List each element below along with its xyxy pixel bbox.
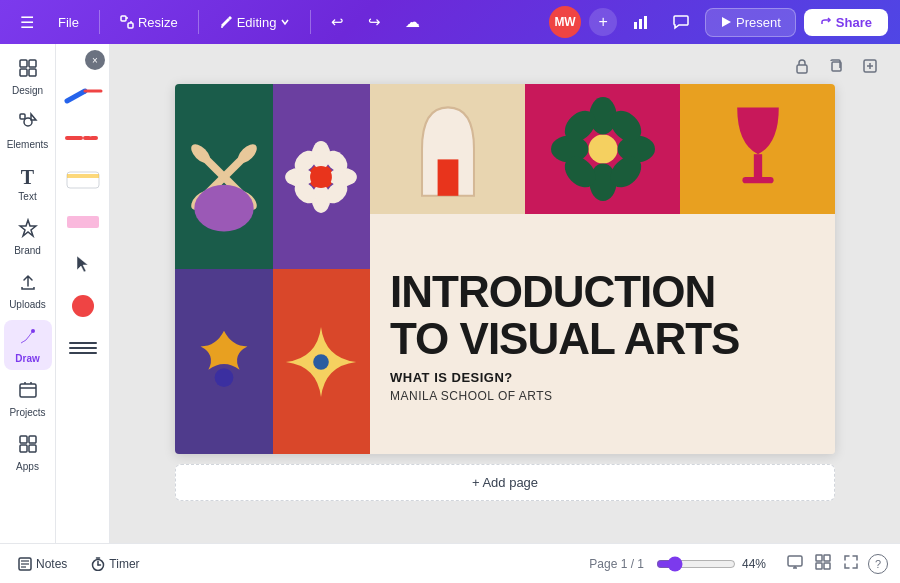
timer-icon <box>91 557 105 571</box>
notes-icon <box>18 557 32 571</box>
brush-item-blue[interactable] <box>61 78 105 114</box>
slide-school: MANILA SCHOOL OF ARTS <box>390 389 815 403</box>
text-icon: T <box>21 166 34 189</box>
share-label: Share <box>836 15 872 30</box>
svg-rect-54 <box>437 159 458 195</box>
divider-3 <box>310 10 311 34</box>
svg-point-53 <box>313 354 329 370</box>
sidebar-item-uploads[interactable]: Uploads <box>4 266 52 316</box>
file-label: File <box>58 15 79 30</box>
sidebar-item-apps[interactable]: Apps <box>4 428 52 478</box>
zoom-slider[interactable] <box>656 556 736 572</box>
add-collaborator-button[interactable]: + <box>589 8 617 36</box>
sidebar-item-text[interactable]: T Text <box>4 160 52 208</box>
copy-icon-button[interactable] <box>822 52 850 80</box>
bottom-bar: Notes Timer Page 1 / 1 44% ? <box>0 543 900 583</box>
fullscreen-button[interactable] <box>840 551 862 576</box>
grid-view-button[interactable] <box>812 551 834 576</box>
sidebar-item-projects-label: Projects <box>9 407 45 418</box>
brand-icon <box>18 218 38 243</box>
sidebar-item-elements-label: Elements <box>7 139 49 150</box>
desktop-view-button[interactable] <box>784 551 806 576</box>
tile-purple <box>273 84 371 269</box>
slide-title: INTRODUCTION TO VISUAL ARTS <box>390 269 815 361</box>
svg-rect-7 <box>644 16 647 29</box>
svg-rect-79 <box>824 555 830 561</box>
add-page-button[interactable]: + Add page <box>175 464 835 501</box>
timer-button[interactable]: Timer <box>85 553 145 575</box>
svg-rect-1 <box>128 23 133 28</box>
toolbar: ☰ File Resize Editing ↩ ↪ ☁ MW + Present… <box>0 0 900 44</box>
timer-label: Timer <box>109 557 139 571</box>
tile-gold <box>680 84 835 214</box>
canvas-area[interactable]: INTRODUCTION TO VISUAL ARTS WHAT IS DESI… <box>110 44 900 543</box>
svg-rect-66 <box>742 177 773 183</box>
redo-button[interactable]: ↪ <box>360 9 389 35</box>
undo-button[interactable]: ↩ <box>323 9 352 35</box>
lock-icon-button[interactable] <box>788 52 816 80</box>
svg-rect-14 <box>20 114 25 119</box>
present-icon <box>720 16 732 28</box>
sidebar-item-brand[interactable]: Brand <box>4 212 52 262</box>
svg-rect-21 <box>29 445 36 452</box>
analytics-button[interactable] <box>625 10 657 34</box>
menu-button[interactable]: ☰ <box>12 9 42 36</box>
brush-item-marker[interactable] <box>61 162 105 198</box>
add-canvas-icon-button[interactable] <box>856 52 884 80</box>
divider-1 <box>99 10 100 34</box>
slide-text-area: INTRODUCTION TO VISUAL ARTS WHAT IS DESI… <box>370 214 835 454</box>
projects-icon <box>18 380 38 405</box>
brush-item-lines[interactable] <box>61 330 105 366</box>
notes-button[interactable]: Notes <box>12 553 73 575</box>
cloud-button[interactable]: ☁ <box>397 9 428 35</box>
help-button[interactable]: ? <box>868 554 888 574</box>
brush-item-cursor[interactable] <box>61 246 105 282</box>
lines-icon <box>69 342 97 354</box>
svg-rect-17 <box>20 384 36 397</box>
resize-icon <box>120 15 134 29</box>
slide[interactable]: INTRODUCTION TO VISUAL ARTS WHAT IS DESI… <box>175 84 835 454</box>
svg-rect-19 <box>29 436 36 443</box>
svg-point-52 <box>214 368 233 387</box>
slide-right-top <box>370 84 835 214</box>
svg-marker-29 <box>77 256 88 272</box>
svg-rect-18 <box>20 436 27 443</box>
present-button[interactable]: Present <box>705 8 796 37</box>
tile-teal <box>175 84 273 269</box>
sidebar-item-elements[interactable]: Elements <box>4 106 52 156</box>
file-button[interactable]: File <box>50 11 87 34</box>
sidebar-item-uploads-label: Uploads <box>9 299 46 310</box>
svg-rect-28 <box>67 216 99 228</box>
share-icon <box>820 16 832 28</box>
slide-title-line2: TO VISUAL ARTS <box>390 314 739 363</box>
brush-item-red[interactable] <box>61 120 105 156</box>
svg-marker-15 <box>31 114 36 120</box>
svg-rect-10 <box>29 60 36 67</box>
tile-violet <box>175 269 273 454</box>
uploads-icon <box>18 272 38 297</box>
brush-item-circle[interactable] <box>61 288 105 324</box>
sidebar-item-draw[interactable]: Draw <box>4 320 52 370</box>
brush-panel-close-button[interactable]: × <box>85 50 105 70</box>
comments-button[interactable] <box>665 10 697 34</box>
resize-button[interactable]: Resize <box>112 11 186 34</box>
slide-title-line1: INTRODUCTION <box>390 267 715 316</box>
svg-rect-9 <box>20 60 27 67</box>
share-button[interactable]: Share <box>804 9 888 36</box>
editing-button[interactable]: Editing <box>211 11 299 34</box>
plus-icon: + <box>598 13 607 31</box>
sidebar-item-design[interactable]: Design <box>4 52 52 102</box>
divider-2 <box>198 10 199 34</box>
tile-beige <box>370 84 525 214</box>
design-icon <box>18 58 38 83</box>
editing-icon <box>219 15 233 29</box>
canvas-toolbar <box>788 52 884 80</box>
brush-item-pink[interactable] <box>61 204 105 240</box>
svg-rect-78 <box>816 555 822 561</box>
sidebar-item-projects[interactable]: Projects <box>4 374 52 424</box>
chart-icon <box>633 14 649 30</box>
resize-label: Resize <box>138 15 178 30</box>
svg-rect-65 <box>753 154 761 177</box>
slide-subtitle: WHAT IS DESIGN? <box>390 370 815 385</box>
bottom-icons: ? <box>784 551 888 576</box>
